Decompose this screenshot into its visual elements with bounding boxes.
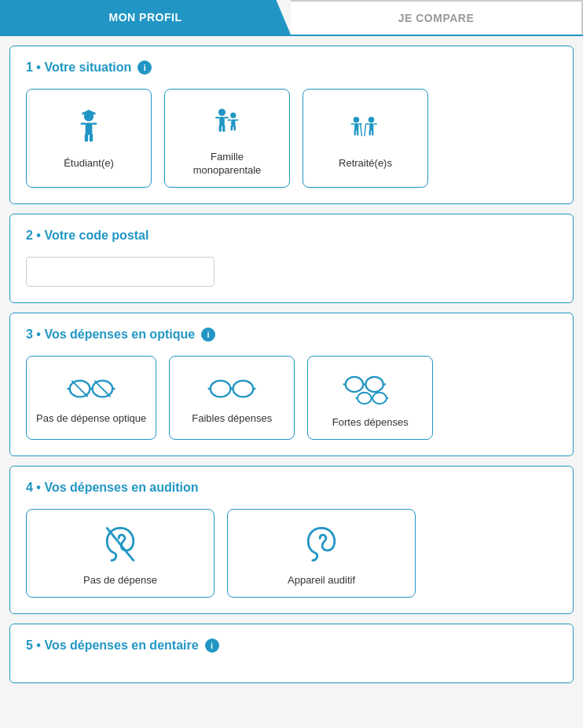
svg-rect-15 (231, 119, 235, 126)
svg-rect-17 (235, 119, 239, 121)
section-dentaire: 5 • Vos dépenses en dentaire i (9, 624, 574, 683)
svg-rect-25 (357, 130, 358, 137)
choice-retraite[interactable]: Retraité(e)s (302, 89, 428, 188)
svg-rect-24 (354, 130, 356, 137)
choice-etudiant-label: Étudiant(e) (64, 157, 114, 170)
svg-point-41 (211, 380, 231, 397)
choice-no-optique[interactable]: Pas de dépense optique (26, 356, 156, 440)
tab-je-compare[interactable]: JE COMPARE (291, 0, 583, 35)
glasses-none-icon (66, 373, 116, 404)
svg-point-14 (230, 112, 236, 118)
svg-rect-30 (373, 124, 377, 125)
svg-rect-19 (233, 126, 236, 131)
choice-retraite-label: Retraité(e)s (339, 157, 392, 170)
svg-rect-18 (231, 126, 233, 131)
choice-famille-mono-label: Famillemonoparentale (193, 151, 262, 177)
audition-choices: Pas de dépense Appareil auditif (26, 509, 557, 598)
svg-point-27 (368, 117, 375, 123)
info-icon-situation[interactable]: i (138, 60, 152, 75)
svg-rect-21 (354, 124, 358, 131)
choice-high-optique[interactable]: Fortes dépenses (307, 356, 433, 440)
section-optique-title: 3 • Vos dépenses en optique i (26, 327, 557, 342)
info-icon-dentaire[interactable]: i (205, 638, 219, 653)
svg-rect-4 (85, 134, 88, 142)
svg-point-42 (233, 380, 254, 397)
svg-point-8 (218, 108, 226, 115)
section-audition: 4 • Vos dépenses en audition Pas de dépe… (9, 466, 574, 614)
svg-rect-13 (222, 125, 225, 131)
svg-line-33 (365, 125, 366, 136)
section-optique: 3 • Vos dépenses en optique i (9, 313, 574, 456)
choice-no-audition-label: Pas de dépense (83, 574, 157, 587)
postal-code-input[interactable] (26, 257, 214, 287)
svg-rect-11 (224, 117, 229, 119)
section-dentaire-title: 5 • Vos dépenses en dentaire i (26, 638, 557, 653)
svg-rect-9 (219, 117, 225, 126)
svg-rect-12 (219, 125, 222, 131)
svg-rect-2 (81, 123, 86, 126)
section-code-postal: 2 • Votre code postal (9, 214, 574, 303)
svg-rect-32 (372, 130, 373, 137)
svg-point-46 (346, 377, 363, 392)
choice-low-optique-label: Faibles dépenses (192, 412, 272, 426)
svg-rect-3 (91, 123, 97, 126)
svg-line-39 (72, 381, 87, 396)
svg-point-47 (366, 377, 383, 392)
svg-rect-1 (86, 123, 93, 136)
glasses-low-icon (207, 373, 257, 404)
section-situation-title: 1 • Votre situation i (26, 60, 557, 75)
tab-bar: MON PROFIL JE COMPARE (0, 0, 583, 36)
section-situation: 1 • Votre situation i (9, 46, 574, 204)
choice-appareil-auditif[interactable]: Appareil auditif (227, 509, 416, 598)
choice-no-audition[interactable]: Pas de dépense (26, 509, 214, 598)
choice-etudiant[interactable]: Étudiant(e) (26, 89, 152, 188)
svg-rect-22 (351, 124, 355, 125)
svg-line-26 (361, 125, 362, 136)
svg-rect-16 (228, 119, 232, 121)
choice-famille-mono[interactable]: Famillemonoparentale (164, 89, 290, 188)
svg-rect-28 (369, 124, 373, 131)
tab-mon-profil[interactable]: MON PROFIL (0, 0, 291, 35)
info-icon-optique[interactable]: i (201, 327, 215, 342)
choice-no-optique-label: Pas de dépense optique (36, 412, 146, 426)
choice-high-optique-label: Fortes dépenses (332, 416, 409, 430)
svg-line-40 (95, 381, 110, 396)
svg-rect-10 (215, 117, 220, 119)
section-audition-title: 4 • Vos dépenses en audition (26, 481, 557, 495)
ear-device-icon (299, 522, 343, 566)
svg-rect-31 (369, 130, 371, 137)
ear-none-icon (98, 522, 142, 566)
choice-appareil-auditif-label: Appareil auditif (288, 574, 355, 587)
svg-point-20 (354, 117, 360, 123)
retirees-icon (345, 108, 386, 149)
family-mono-icon (207, 102, 248, 143)
glasses-high-icon (342, 369, 398, 408)
svg-point-51 (358, 393, 372, 404)
optique-choices: Pas de dépense optique Faibles dépenses (26, 356, 557, 440)
svg-marker-7 (82, 110, 95, 113)
choice-low-optique[interactable]: Faibles dépenses (169, 356, 295, 440)
svg-rect-5 (90, 134, 93, 142)
svg-point-52 (372, 393, 387, 404)
section-code-postal-title: 2 • Votre code postal (26, 229, 557, 243)
student-icon (68, 108, 109, 149)
situation-choices: Étudiant(e) (26, 89, 557, 188)
main-content: 1 • Votre situation i (0, 36, 583, 693)
